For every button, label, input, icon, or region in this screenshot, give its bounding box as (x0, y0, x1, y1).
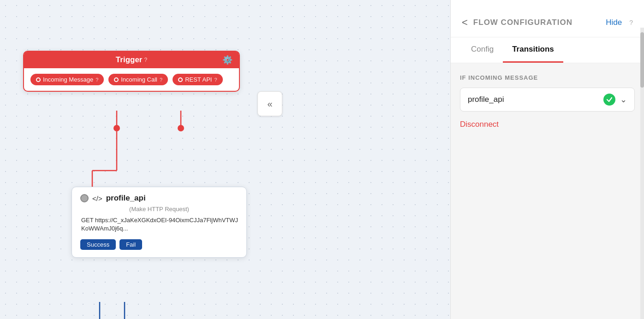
success-badge: Success (80, 239, 116, 250)
panel-scrollbar[interactable] (640, 28, 644, 319)
profile-status-dot (80, 194, 89, 202)
panel-tabs: Config Transitions (451, 37, 644, 63)
profile-node-badges: Success Fail (80, 239, 238, 250)
disconnect-button[interactable]: Disconnect (460, 118, 635, 131)
flow-config-panel: < FLOW CONFIGURATION Hide ? Config Trans… (450, 0, 644, 319)
canvas: Trigger ? ⚙️ Incoming Message ? Incoming… (0, 0, 450, 319)
trigger-node: Trigger ? ⚙️ Incoming Message ? Incoming… (23, 51, 240, 92)
rest-api-label: REST API (185, 76, 212, 83)
section-label: IF INCOMING MESSAGE (460, 74, 635, 81)
incoming-call-help-icon: ? (160, 77, 162, 83)
profile-node-icon: </> (92, 195, 102, 202)
incoming-message-label: Incoming Message (43, 76, 93, 83)
svg-point-3 (178, 125, 184, 131)
panel-header: < FLOW CONFIGURATION Hide ? (451, 0, 644, 37)
trigger-help-icon: ? (144, 57, 147, 63)
svg-point-2 (113, 125, 120, 131)
incoming-call-label: Incoming Call (121, 76, 157, 83)
profile-node-title: profile_api (106, 194, 146, 203)
hide-button[interactable]: Hide (606, 18, 622, 27)
rest-api-pill[interactable]: REST API ? (173, 74, 222, 85)
pill-circle-icon (178, 77, 183, 82)
scrollbar-thumb[interactable] (640, 32, 644, 88)
trigger-body: Incoming Message ? Incoming Call ? REST … (24, 68, 239, 91)
gear-icon[interactable]: ⚙️ (222, 55, 233, 65)
tab-config[interactable]: Config (462, 37, 503, 63)
panel-help-icon: ? (629, 19, 633, 26)
incoming-call-pill[interactable]: Incoming Call ? (108, 74, 168, 85)
profile-node-url: GET https://C_xJaKeXGKdxOEI-94OixmCJJa7F… (81, 216, 238, 233)
pill-circle-icon (114, 77, 119, 82)
rest-api-help-icon: ? (214, 77, 217, 83)
dropdown-value: profile_api (468, 95, 599, 104)
profile-node-header: </> profile_api (80, 194, 238, 203)
green-check-icon (603, 94, 615, 106)
panel-title: FLOW CONFIGURATION (473, 18, 600, 27)
pill-circle-icon (36, 77, 41, 82)
incoming-message-help-icon: ? (95, 77, 98, 83)
dropdown-row[interactable]: profile_api ⌄ (460, 88, 635, 112)
chevron-down-icon[interactable]: ⌄ (620, 95, 627, 105)
panel-content: IF INCOMING MESSAGE profile_api ⌄ Discon… (451, 63, 644, 319)
incoming-message-pill[interactable]: Incoming Message ? (30, 74, 104, 85)
panel-back-button[interactable]: < (462, 8, 468, 37)
profile-node-subtitle: (Make HTTP Request) (80, 206, 238, 213)
collapse-panel-button[interactable]: « (257, 91, 282, 116)
checkmark-svg (606, 96, 613, 103)
trigger-header: Trigger ? ⚙️ (24, 52, 239, 68)
tab-transitions[interactable]: Transitions (503, 37, 563, 63)
profile-api-node: </> profile_api (Make HTTP Request) GET … (72, 187, 247, 258)
fail-badge: Fail (119, 239, 142, 250)
connector-lines (0, 0, 450, 319)
collapse-icon: « (267, 99, 272, 109)
trigger-title: Trigger (116, 55, 143, 65)
